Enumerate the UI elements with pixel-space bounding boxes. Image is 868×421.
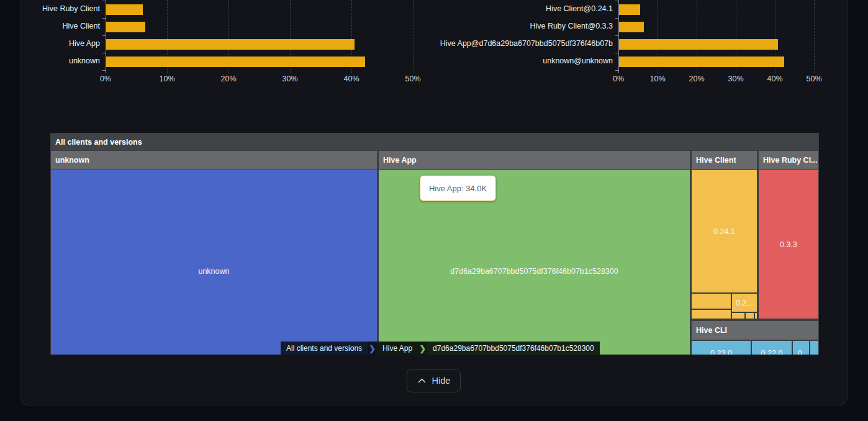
treemap-section-header[interactable]: Hive App	[379, 151, 690, 170]
breadcrumb-chevron-icon: ❯	[418, 342, 427, 355]
treemap-tile[interactable]: 0.24.1	[692, 170, 757, 292]
treemap-section-header[interactable]: Hive CLI	[692, 321, 818, 340]
category-label: unknown@unknown	[414, 57, 613, 65]
treemap-tile-label: 0.	[798, 349, 804, 355]
treemap-title: All clients and versions	[51, 134, 818, 150]
bar[interactable]	[619, 57, 784, 67]
client-versions-bar-chart: Hive Client@0.24.1Hive Ruby Client@0.3.3…	[0, 0, 868, 87]
treemap-tile[interactable]: 0.23.0	[692, 341, 751, 355]
axis-tick	[615, 70, 618, 71]
axis-tick	[615, 1, 618, 1]
tooltip-text: Hive App: 34.0K	[429, 184, 487, 193]
treemap-tile[interactable]	[746, 313, 754, 319]
bar[interactable]	[619, 22, 644, 32]
treemap-tile[interactable]: 0.22.0	[752, 341, 792, 355]
treemap-section-header[interactable]: unknown	[51, 151, 377, 170]
axis-tick	[615, 35, 618, 36]
x-axis-tick-label: 20%	[678, 75, 715, 83]
treemap-tile[interactable]: 0.3.3	[759, 170, 818, 319]
category-label: Hive Ruby Client@0.3.3	[414, 22, 613, 30]
category-label: Hive App@d7d6a29ba6707bbd5075df376f46b07…	[414, 39, 613, 48]
treemap-section-header[interactable]: Hive Client	[692, 151, 757, 170]
breadcrumb-chevron-icon: ❯	[368, 342, 377, 355]
treemap-tile-label: 0.3.3	[780, 240, 797, 249]
axis-tick	[615, 53, 618, 53]
treemap-tile[interactable]: 0.	[793, 341, 809, 355]
category-label: Hive Client@0.24.1	[414, 4, 613, 13]
chevron-up-icon	[417, 377, 427, 384]
treemap-tile[interactable]: unknown	[51, 170, 377, 355]
x-axis-tick-label: 0%	[600, 75, 637, 83]
treemap-breadcrumb: All clients and versions❯Hive App❯d7d6a2…	[281, 342, 600, 355]
bar[interactable]	[619, 4, 640, 15]
breadcrumb-item[interactable]: All clients and versions	[281, 342, 368, 355]
axis-tick	[615, 18, 618, 19]
treemap-tile[interactable]	[692, 310, 731, 319]
hide-button[interactable]: Hide	[407, 369, 461, 392]
x-axis-tick-label: 30%	[717, 75, 754, 83]
grid-line	[814, 0, 815, 73]
treemap-tile-label: d7d6a29ba6707bbd5075df376f46b07b1c528300	[450, 267, 618, 276]
treemap-tile-label: 0.23.0	[710, 349, 732, 355]
breadcrumb-item[interactable]: Hive App	[377, 342, 418, 355]
x-axis-tick-label: 40%	[756, 75, 793, 83]
breadcrumb-item[interactable]: d7d6a29ba6707bbd5075df376f46b07b1c528300	[427, 342, 600, 355]
treemap-tile[interactable]: 0.2...	[732, 294, 757, 312]
treemap-tile[interactable]	[755, 313, 757, 319]
treemap-tile-label: 0.24.1	[713, 227, 735, 236]
treemap-tile-label: unknown	[198, 267, 229, 276]
client-stats-dashboard: Hive Ruby ClientHive ClientHive Appunkno…	[0, 0, 868, 421]
treemap-tooltip: Hive App: 34.0K	[420, 175, 496, 201]
bar[interactable]	[619, 39, 778, 50]
hide-button-label: Hide	[432, 376, 451, 386]
x-axis-tick-label: 50%	[795, 75, 833, 83]
treemap-tile-label: 0.22.0	[761, 349, 783, 355]
clients-versions-treemap: All clients and versionsunknownunknownHi…	[50, 133, 819, 355]
treemap-section-header[interactable]: Hive Ruby Cl...	[759, 151, 818, 170]
treemap-tile-label: 0.2...	[736, 299, 753, 307]
treemap-tile[interactable]	[810, 341, 818, 355]
treemap-tile[interactable]	[692, 294, 731, 309]
treemap-tile[interactable]	[732, 313, 744, 319]
x-axis-tick-label: 10%	[639, 75, 676, 83]
